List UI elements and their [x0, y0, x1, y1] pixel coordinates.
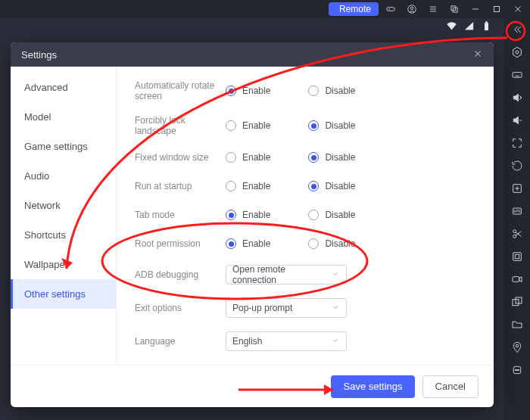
dialog-title: Settings	[21, 49, 57, 61]
svg-rect-16	[515, 254, 519, 258]
radio-enable[interactable]: Enable	[226, 210, 270, 220]
radio-label: Enable	[242, 152, 270, 163]
settings-dialog: Settings Advanced Model Game settings Au…	[11, 42, 494, 407]
apk-icon[interactable]: APK	[507, 203, 527, 219]
signal-icon	[463, 20, 475, 34]
chevron-down-icon	[331, 303, 340, 314]
radio-disable[interactable]: Disable	[308, 86, 355, 96]
settings-nav: Advanced Model Game settings Audio Netwo…	[11, 67, 117, 365]
nav-network[interactable]: Network	[11, 191, 116, 220]
settings-panel: Automatically rotate screenEnableDisable…	[117, 67, 494, 365]
radio-label: Enable	[242, 181, 270, 191]
nav-advanced[interactable]: Advanced	[11, 73, 116, 102]
setting-row: Fixed window sizeEnableDisable	[135, 150, 475, 165]
user-icon[interactable]	[403, 0, 421, 18]
window-titlebar: Remote	[0, 0, 530, 18]
gamepad-icon[interactable]	[382, 0, 400, 18]
setting-row: Forcibly lock landscapeEnableDisable	[135, 115, 475, 136]
cancel-button[interactable]: Cancel	[422, 375, 479, 398]
setting-row: Exit optionsPop-up prompt	[135, 298, 475, 318]
volume-down-icon[interactable]	[507, 112, 527, 129]
close-icon[interactable]	[509, 0, 527, 18]
radio-enable[interactable]: Enable	[226, 152, 270, 163]
dialog-footer: Save settings Cancel	[11, 365, 494, 407]
svg-rect-5	[494, 7, 500, 12]
screenshot-icon[interactable]	[507, 248, 527, 265]
radio-dot-icon	[308, 152, 319, 163]
radio-disable[interactable]: Disable	[308, 181, 355, 191]
overlap-windows-icon[interactable]	[445, 0, 463, 18]
svg-rect-3	[451, 6, 456, 11]
select-adb-debugging[interactable]: Open remote connection	[226, 265, 347, 285]
location-icon[interactable]	[507, 339, 527, 356]
setting-options: EnableDisable	[226, 120, 355, 131]
radio-disable[interactable]: Disable	[308, 210, 355, 220]
setting-options: EnableDisable	[226, 86, 355, 96]
more-icon[interactable]	[507, 362, 527, 378]
keyboard-icon[interactable]	[507, 67, 527, 83]
svg-text:APK: APK	[513, 210, 521, 213]
scissors-icon[interactable]	[507, 226, 527, 242]
setting-options: EnableDisable	[226, 238, 355, 249]
radio-disable[interactable]: Disable	[308, 152, 355, 163]
menu-icon[interactable]	[424, 0, 442, 18]
settings-hex-icon[interactable]	[507, 44, 527, 61]
select-exit-options[interactable]: Pop-up prompt	[226, 298, 347, 318]
select-value: English	[232, 336, 262, 347]
sync-app-icon[interactable]	[507, 180, 527, 197]
status-bar	[0, 18, 530, 36]
minimize-icon[interactable]	[466, 0, 485, 18]
svg-point-24	[518, 369, 519, 370]
select-value: Pop-up prompt	[232, 303, 292, 313]
dialog-close-icon[interactable]	[472, 48, 483, 61]
chevrons-left-icon[interactable]	[507, 21, 527, 38]
nav-model[interactable]: Model	[11, 102, 116, 132]
radio-disable[interactable]: Disable	[308, 238, 355, 249]
nav-other-settings[interactable]: Other settings	[11, 279, 116, 309]
remote-button[interactable]: Remote	[329, 2, 379, 16]
nav-game-settings[interactable]: Game settings	[11, 132, 116, 161]
radio-dot-icon	[226, 120, 236, 131]
setting-label: Root permission	[135, 238, 226, 249]
nav-audio[interactable]: Audio	[11, 161, 116, 191]
radio-enable[interactable]: Enable	[226, 86, 270, 96]
svg-point-1	[408, 5, 416, 14]
setting-row: Run at startupEnableDisable	[135, 179, 475, 194]
setting-label: Run at startup	[135, 181, 226, 191]
chevron-down-icon	[331, 336, 340, 347]
folder-icon[interactable]	[507, 316, 527, 333]
setting-options: EnableDisable	[226, 152, 355, 163]
radio-disable[interactable]: Disable	[308, 120, 355, 131]
radio-label: Enable	[242, 86, 270, 96]
svg-point-8	[516, 51, 519, 54]
svg-point-22	[515, 369, 516, 370]
svg-rect-15	[513, 253, 522, 261]
select-language[interactable]: English	[226, 331, 347, 351]
radio-enable[interactable]: Enable	[226, 238, 270, 249]
right-sidebar: APK	[504, 18, 530, 420]
setting-label: Tab mode	[135, 210, 226, 220]
dialog-header: Settings	[11, 42, 494, 67]
multi-instance-icon[interactable]	[507, 294, 527, 310]
wifi-icon	[446, 20, 457, 34]
radio-enable[interactable]: Enable	[226, 181, 270, 191]
setting-label: Exit options	[135, 303, 226, 313]
setting-label: Forcibly lock landscape	[135, 115, 226, 136]
radio-dot-icon	[308, 210, 319, 220]
fullscreen-icon[interactable]	[507, 135, 527, 151]
radio-label: Enable	[242, 210, 270, 220]
nav-shortcuts[interactable]: Shortcuts	[11, 220, 116, 250]
svg-rect-7	[485, 21, 488, 23]
remote-label: Remote	[339, 4, 371, 14]
nav-wallpaper[interactable]: Wallpaper	[11, 250, 116, 279]
svg-rect-9	[513, 73, 522, 78]
svg-point-2	[410, 7, 413, 10]
rotate-icon[interactable]	[507, 157, 527, 174]
radio-enable[interactable]: Enable	[226, 120, 270, 131]
radio-dot-icon	[226, 210, 236, 220]
save-settings-button[interactable]: Save settings	[331, 375, 414, 398]
record-icon[interactable]	[507, 271, 527, 288]
volume-up-icon[interactable]	[507, 89, 527, 106]
maximize-icon[interactable]	[488, 0, 506, 18]
radio-label: Disable	[325, 181, 355, 191]
